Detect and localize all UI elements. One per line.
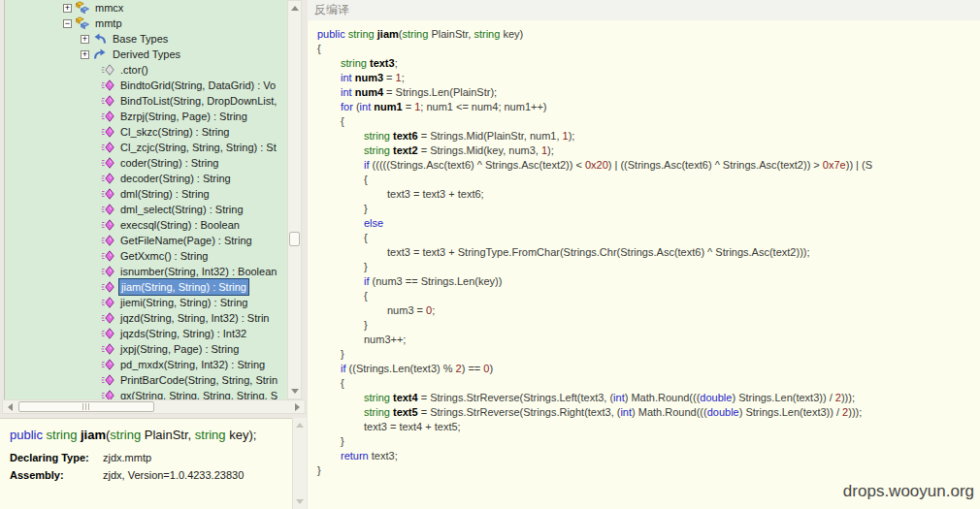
method-icon: [101, 172, 114, 185]
tree-item[interactable]: coder(String) : String: [5, 155, 288, 171]
assembly-row: Assembly: zjdx, Version=1.0.4233.23830: [10, 466, 307, 484]
declaring-type-row: Declaring Type: zjdx.mmtp: [10, 449, 307, 466]
code-line: public string jiam(string PlainStr, stri…: [308, 27, 980, 42]
code-line: int num4 = Strings.Len(PlainStr);: [308, 85, 980, 100]
ctor-icon: [101, 63, 114, 77]
tree-item[interactable]: +Derived Types: [5, 47, 288, 62]
code-line: num3++;: [308, 333, 980, 347]
tree-item[interactable]: isnumber(String, Int32) : Boolean: [5, 264, 288, 279]
method-icon: [101, 327, 114, 340]
code-line: num3 = 0;: [308, 303, 980, 318]
method-icon: [101, 203, 114, 216]
method-icon: [101, 311, 114, 325]
method-icon: [101, 234, 114, 247]
scrollbar-thumb[interactable]: [289, 232, 300, 246]
expand-plus-icon[interactable]: +: [81, 50, 89, 59]
method-icon: [101, 358, 114, 371]
code-line: {: [308, 114, 980, 129]
tree-horizontal-scrollbar[interactable]: [2, 399, 306, 414]
method-icon: [101, 94, 114, 108]
code-line: string text4 = Strings.StrReverse(String…: [308, 391, 980, 405]
tree-list: +mmcx−mmtp+Base Types+Derived Types.ctor…: [5, 0, 288, 399]
derived-types-icon: [93, 48, 107, 61]
scroll-left-button[interactable]: [4, 400, 16, 413]
tree-item[interactable]: PrintBarCode(String, String, Strin: [5, 372, 288, 388]
arrow-left-icon: [8, 403, 13, 411]
class-icon: [76, 16, 89, 30]
code-line: {: [308, 173, 980, 187]
tree-item[interactable]: −mmtp: [5, 16, 288, 31]
detail-vertical-scrollbar[interactable]: [292, 418, 307, 509]
code-line: int num3 = 1;: [308, 71, 980, 85]
expand-plus-icon[interactable]: +: [63, 4, 72, 13]
code-line: {: [308, 376, 980, 391]
tree-item[interactable]: Bzrpj(String, Page) : String: [5, 109, 288, 124]
tree-item[interactable]: jiemi(String, String) : String: [5, 295, 288, 310]
method-icon: [101, 342, 114, 356]
code-line: if (((((Strings.Asc(text6) ^ Strings.Asc…: [308, 158, 980, 173]
tree-item[interactable]: dml_select(String) : String: [5, 202, 288, 217]
method-icon: [101, 141, 114, 154]
collapse-minus-icon[interactable]: −: [63, 19, 72, 28]
declaring-type-label: Declaring Type:: [10, 449, 103, 466]
tree-item[interactable]: qx(String, String, String, String, S: [5, 388, 288, 399]
code-line: {: [308, 289, 980, 303]
scroll-up-button[interactable]: [288, 2, 301, 15]
decompile-header: 反编译: [308, 0, 980, 20]
code-line: text3 = text3 + text6;: [308, 187, 980, 202]
decompile-header-label: 反编译: [314, 3, 349, 16]
tree-item[interactable]: jiam(String, String) : String: [5, 279, 288, 295]
tree-item-label: qx(String, String, String, String, S: [118, 387, 279, 399]
method-icon: [101, 156, 114, 170]
tree-item[interactable]: .ctor(): [5, 62, 288, 78]
code-line: {: [308, 231, 980, 245]
tree-item[interactable]: execsql(String) : Boolean: [5, 217, 288, 233]
code-lines: public string jiam(string PlainStr, stri…: [308, 27, 980, 478]
code-line: }: [308, 347, 980, 362]
class-browser-tree[interactable]: +mmcx−mmtp+Base Types+Derived Types.ctor…: [4, 0, 288, 399]
decompiler-window: +mmcx−mmtp+Base Types+Derived Types.ctor…: [0, 0, 980, 509]
tree-item[interactable]: +Base Types: [5, 31, 288, 47]
scroll-down-button[interactable]: [288, 385, 301, 398]
code-line: }: [308, 260, 980, 274]
arrow-right-icon: [295, 403, 300, 411]
code-line: }: [308, 318, 980, 333]
method-icon: [101, 280, 114, 294]
member-detail-panel: public string jiam(string PlainStr, stri…: [0, 418, 307, 509]
tree-item[interactable]: +mmcx: [5, 0, 288, 16]
member-signature: public string jiam(string PlainStr, stri…: [0, 419, 307, 442]
code-line: text3 = text4 + text5;: [308, 420, 980, 434]
code-line: if (num3 == Strings.Len(key)): [308, 274, 980, 289]
grip-icon: [82, 403, 91, 410]
code-line: string text6 = Strings.Mid(PlainStr, num…: [308, 129, 980, 143]
scroll-up-button[interactable]: [293, 419, 306, 431]
scroll-down-button[interactable]: [293, 495, 306, 508]
code-line: text3 = text3 + StringType.FromChar(Stri…: [308, 245, 980, 260]
tree-item[interactable]: pd_mxdx(String, Int32) : String: [5, 357, 288, 372]
tree-item[interactable]: BindToList(String, DropDownList,: [5, 93, 288, 109]
method-icon: [101, 249, 114, 263]
scroll-right-button[interactable]: [291, 400, 304, 413]
tree-item[interactable]: jxpj(String, Page) : String: [5, 341, 288, 357]
expand-plus-icon[interactable]: +: [81, 35, 89, 44]
code-line: {: [308, 42, 980, 56]
tree-item[interactable]: GetXxmc() : String: [5, 248, 288, 264]
decompile-panel: 反编译 public string jiam(string PlainStr, …: [308, 0, 980, 509]
tree-vertical-scrollbar[interactable]: [287, 0, 302, 399]
code-view[interactable]: public string jiam(string PlainStr, stri…: [308, 20, 980, 509]
arrow-up-icon: [291, 6, 299, 11]
tree-item[interactable]: jqzds(String, String) : Int32: [5, 326, 288, 341]
class-icon: [76, 1, 89, 15]
tree-item[interactable]: Cl_skzc(String) : String: [5, 124, 288, 140]
tree-item[interactable]: jqzd(String, String, Int32) : Strin: [5, 310, 288, 326]
tree-item[interactable]: BindtoGrid(String, DataGrid) : Vo: [5, 78, 288, 93]
code-line: }: [308, 463, 980, 478]
arrow-up-icon: [296, 423, 304, 428]
tree-item[interactable]: GetFileName(Page) : String: [5, 233, 288, 248]
arrow-down-icon: [291, 389, 299, 394]
tree-item[interactable]: dml(String) : String: [5, 186, 288, 202]
scrollbar-thumb[interactable]: [18, 401, 154, 412]
tree-item[interactable]: Cl_zcjc(String, String, String) : St: [5, 140, 288, 155]
method-icon: [101, 125, 114, 139]
tree-item[interactable]: decoder(String) : String: [5, 171, 288, 186]
